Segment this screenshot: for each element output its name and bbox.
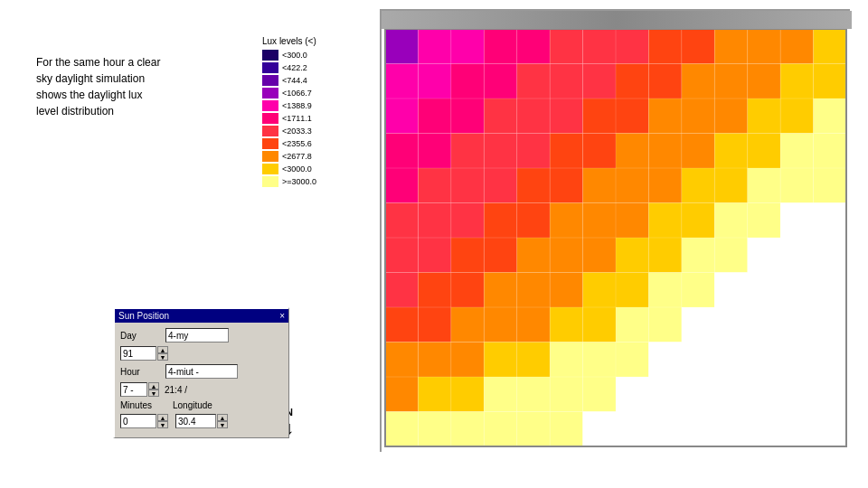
hour-suffix-display: [165, 364, 238, 379]
longitude-input[interactable]: [175, 414, 216, 428]
text-line1: For the same hour a clear: [36, 54, 235, 70]
longitude-down-arrow[interactable]: ▼: [217, 421, 228, 428]
hour-up-arrow[interactable]: ▲: [148, 382, 159, 389]
legend-color-swatch: [262, 50, 278, 61]
day-row: Day: [120, 328, 283, 343]
legend-color-swatch: [262, 176, 278, 187]
legend-item: <422.2: [262, 62, 371, 73]
legend-item-label: <300.0: [282, 51, 307, 60]
minutes-label: Minutes: [120, 400, 165, 410]
legend-color-swatch: [262, 126, 278, 136]
minutes-up-arrow[interactable]: ▲: [157, 414, 168, 421]
minutes-longitude-row: Minutes Longitude: [120, 400, 283, 410]
longitude-up-arrow[interactable]: ▲: [217, 414, 228, 421]
legend-item: <2355.6: [262, 138, 371, 149]
longitude-spin-arrows: ▲ ▼: [217, 414, 228, 428]
legend-item: <744.4: [262, 75, 371, 86]
hour-val2: 21:4 /: [165, 385, 187, 395]
hour-value-row: ▲ ▼ 21:4 /: [120, 382, 283, 397]
hour-label: Hour: [120, 367, 165, 377]
longitude-label: Longitude: [173, 400, 218, 410]
legend-item-label: <1066.7: [282, 89, 312, 98]
legend-item-label: <3000.0: [282, 164, 312, 174]
legend-item: <2677.8: [262, 151, 371, 162]
minutes-input[interactable]: [120, 414, 156, 428]
day-up-arrow[interactable]: ▲: [157, 346, 168, 353]
legend-panel: Lux levels (<) <300.0<422.2<744.4<1066.7…: [262, 36, 371, 189]
legend-item-label: <744.4: [282, 76, 307, 85]
legend-item-label: <2355.6: [282, 139, 312, 148]
legend-color-swatch: [262, 75, 278, 86]
day-down-arrow[interactable]: ▼: [157, 353, 168, 361]
sun-position-dialog: Sun Position × Day ▲ ▼ Hour: [113, 307, 289, 438]
minutes-spin-arrows: ▲ ▼: [157, 414, 168, 428]
hour-input[interactable]: [120, 382, 147, 397]
text-line2: sky daylight simulation: [36, 70, 235, 87]
legend-items: <300.0<422.2<744.4<1066.7<1388.9<1711.1<…: [262, 50, 371, 187]
legend-color-swatch: [262, 151, 278, 162]
legend-item: <2033.3: [262, 126, 371, 136]
legend-item: >=3000.0: [262, 176, 371, 187]
legend-item-label: <2677.8: [282, 152, 312, 161]
hour-row: Hour: [120, 364, 283, 379]
legend-item-label: <1711.1: [282, 114, 312, 123]
day-spin-arrows: ▲ ▼: [157, 346, 168, 361]
dialog-title-bar: Sun Position ×: [115, 309, 288, 323]
hour-spin-arrows: ▲ ▼: [148, 382, 159, 397]
visualization-container: [380, 9, 850, 452]
minutes-longitude-value-row: ▲ ▼ ▲ ▼: [120, 414, 283, 428]
day-value-row: ▲ ▼: [120, 346, 283, 361]
hour-spinbox[interactable]: ▲ ▼: [120, 382, 159, 397]
dialog-title-text: Sun Position: [118, 311, 169, 321]
hour-down-arrow[interactable]: ▼: [148, 389, 159, 397]
day-spinbox[interactable]: ▲ ▼: [120, 346, 168, 361]
legend-item-label: <422.2: [282, 63, 307, 72]
text-line4: level distribution: [36, 103, 235, 119]
legend-item-label: <1388.9: [282, 101, 312, 110]
legend-color-swatch: [262, 138, 278, 149]
minutes-down-arrow[interactable]: ▼: [157, 421, 168, 428]
legend-item-label: <2033.3: [282, 127, 312, 136]
day-suffix-display: [165, 328, 229, 343]
legend-color-swatch: [262, 88, 278, 99]
legend-item: <300.0: [262, 50, 371, 61]
dialog-body: Day ▲ ▼ Hour ▲ ▼: [115, 323, 288, 437]
day-input[interactable]: [120, 346, 156, 361]
legend-title: Lux levels (<): [262, 36, 371, 46]
legend-color-swatch: [262, 113, 278, 124]
legend-color-swatch: [262, 62, 278, 73]
description-text: For the same hour a clear sky daylight s…: [36, 54, 235, 119]
legend-item-label: >=3000.0: [282, 177, 316, 186]
legend-color-swatch: [262, 100, 278, 111]
minutes-spinbox[interactable]: ▲ ▼: [120, 414, 168, 428]
legend-color-swatch: [262, 164, 278, 174]
legend-item: <1066.7: [262, 88, 371, 99]
text-line3: shows the daylight lux: [36, 87, 235, 103]
legend-item: <1711.1: [262, 113, 371, 124]
legend-item: <3000.0: [262, 164, 371, 174]
daylight-visualization: [382, 11, 852, 454]
longitude-spinbox[interactable]: ▲ ▼: [175, 414, 228, 428]
dialog-close-button[interactable]: ×: [279, 311, 285, 321]
day-label: Day: [120, 331, 165, 341]
legend-item: <1388.9: [262, 100, 371, 111]
